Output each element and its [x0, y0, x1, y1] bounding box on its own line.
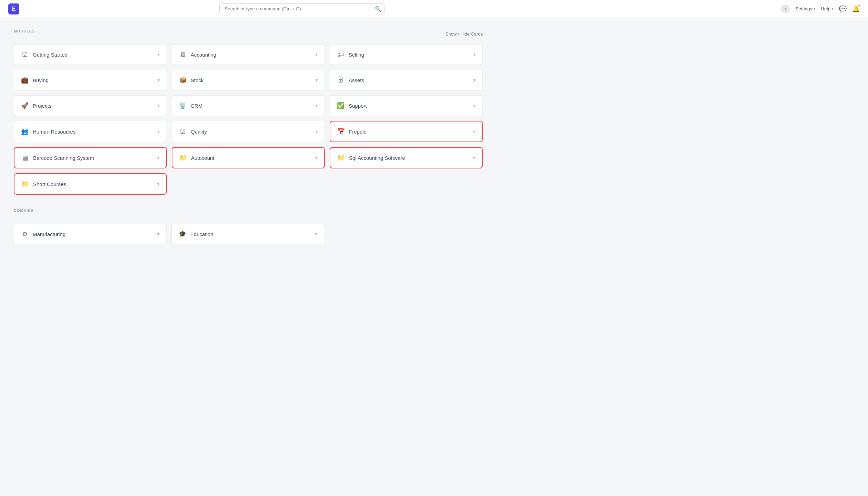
card-title-human-resources: Human Resources	[33, 129, 76, 135]
card-icon-buying: 💼	[21, 76, 29, 84]
card-left: 📁 Short Courses	[21, 180, 66, 188]
card-icon-stock: 📦	[179, 76, 187, 84]
modules-label: MODULES	[14, 29, 35, 33]
card-chevron-quality: ▾	[316, 129, 318, 134]
card-title-getting-started: Getting Started	[33, 52, 68, 58]
domain-card-education[interactable]: 🎓 Education ▾	[171, 224, 324, 244]
search-wrap: 🔍	[219, 3, 385, 14]
card-title-selling: Selling	[349, 52, 364, 58]
card-icon-short-courses: 📁	[21, 180, 29, 188]
settings-chevron: ▾	[814, 7, 815, 11]
modules-grid: ☑ Getting Started ▾ 🖥 Accounting ▾ 🏷 Sel…	[14, 44, 483, 195]
card-left: ▦ Barcode Scanning System	[21, 154, 94, 162]
card-left: 🏷 Selling	[337, 51, 364, 58]
card-left: 🗄 Assets	[337, 77, 364, 84]
card-title-accounting: Accounting	[191, 52, 216, 58]
card-chevron-short-courses: ▾	[157, 182, 159, 186]
card-chevron-accounting: ▾	[316, 52, 318, 57]
card-left: 📡 CRM	[179, 102, 202, 109]
card-title-stock: Stock	[191, 77, 204, 83]
card-chevron-sql-accounting: ▾	[473, 155, 475, 160]
card-left: ✅ Support	[337, 102, 367, 109]
card-left: ☑ Getting Started	[21, 51, 68, 58]
card-icon-frepple: 📅	[337, 128, 345, 135]
card-icon-selling: 🏷	[337, 51, 345, 58]
card-chevron-stock: ▾	[316, 78, 318, 82]
card-left: 📁 Autocount	[179, 154, 214, 162]
card-title-support: Support	[349, 103, 367, 109]
card-chevron-crm: ▾	[316, 103, 318, 108]
messages-icon[interactable]: 💬	[839, 5, 847, 13]
module-card-sql-accounting[interactable]: 📁 Sql Accounting Software ▾	[330, 147, 483, 168]
module-card-barcode-scanning[interactable]: ▦ Barcode Scanning System ▾	[14, 147, 167, 168]
card-chevron-support: ▾	[473, 103, 476, 108]
card-chevron-barcode-scanning: ▾	[157, 155, 159, 160]
card-left: ⚙ Manufacturing	[21, 230, 66, 238]
card-title-barcode-scanning: Barcode Scanning System	[33, 155, 94, 161]
logo-button[interactable]: E	[8, 3, 19, 14]
notification-dot	[858, 4, 861, 7]
card-icon-assets: 🗄	[337, 77, 345, 84]
card-left: 🚀 Projects	[21, 102, 51, 109]
card-title-short-courses: Short Courses	[33, 181, 66, 187]
card-left: 📅 Frepple	[337, 128, 367, 135]
card-icon-human-resources: 👥	[21, 128, 29, 135]
nav-right: r Settings ▾ Help ▾ 💬 🔔	[781, 4, 860, 13]
notifications-icon[interactable]: 🔔	[852, 5, 860, 13]
card-title-assets: Assets	[349, 77, 364, 83]
card-icon-getting-started: ☑	[21, 51, 29, 58]
domains-section-header: DOMAINS	[14, 208, 483, 218]
card-icon-accounting: 🖥	[179, 51, 187, 58]
card-icon-sql-accounting: 📁	[337, 154, 345, 162]
module-card-assets[interactable]: 🗄 Assets ▾	[330, 70, 483, 90]
module-card-human-resources[interactable]: 👥 Human Resources ▾	[14, 121, 167, 142]
card-title-autocount: Autocount	[191, 155, 214, 161]
domain-card-manufacturing[interactable]: ⚙ Manufacturing ▾	[14, 224, 167, 244]
card-title-crm: CRM	[191, 103, 202, 109]
card-left: ☑ Quality	[179, 128, 207, 135]
settings-label: Settings	[795, 6, 812, 11]
card-chevron-autocount: ▾	[315, 155, 317, 160]
settings-nav[interactable]: Settings ▾	[795, 6, 815, 11]
card-chevron-getting-started: ▾	[158, 52, 160, 57]
module-card-crm[interactable]: 📡 CRM ▾	[172, 95, 325, 116]
search-input[interactable]	[219, 3, 385, 14]
help-label: Help	[821, 6, 830, 11]
card-icon-autocount: 📁	[179, 154, 187, 162]
module-card-selling[interactable]: 🏷 Selling ▾	[330, 44, 483, 65]
card-left: 🖥 Accounting	[179, 51, 216, 58]
card-title-projects: Projects	[33, 103, 51, 109]
card-chevron-frepple: ▾	[473, 129, 475, 134]
module-card-buying[interactable]: 💼 Buying ▾	[14, 70, 167, 90]
module-card-autocount[interactable]: 📁 Autocount ▾	[172, 147, 325, 168]
module-card-frepple[interactable]: 📅 Frepple ▾	[330, 121, 483, 142]
card-title-education: Education	[190, 231, 213, 237]
card-chevron-assets: ▾	[473, 78, 476, 82]
module-card-stock[interactable]: 📦 Stock ▾	[172, 70, 325, 90]
module-card-support[interactable]: ✅ Support ▾	[330, 95, 483, 116]
module-card-accounting[interactable]: 🖥 Accounting ▾	[172, 44, 325, 65]
card-chevron-human-resources: ▾	[158, 129, 160, 134]
help-nav[interactable]: Help ▾	[821, 6, 834, 11]
help-chevron: ▾	[832, 7, 834, 11]
card-title-quality: Quality	[191, 129, 207, 135]
card-left: 💼 Buying	[21, 76, 49, 84]
main-content: MODULES Show / Hide Cards ☑ Getting Star…	[0, 18, 497, 265]
module-card-quality[interactable]: ☑ Quality ▾	[172, 121, 325, 142]
card-icon-projects: 🚀	[21, 102, 29, 109]
card-icon-barcode-scanning: ▦	[21, 154, 29, 162]
card-icon-education: 🎓	[179, 230, 186, 238]
domains-section: DOMAINS ⚙ Manufacturing ▾ 🎓 Education ▾	[14, 208, 483, 244]
card-chevron-selling: ▾	[473, 52, 476, 57]
card-title-sql-accounting: Sql Accounting Software	[349, 155, 405, 161]
module-card-short-courses[interactable]: 📁 Short Courses ▾	[14, 173, 167, 195]
modules-section-header: MODULES Show / Hide Cards	[14, 29, 483, 39]
card-title-buying: Buying	[33, 77, 49, 83]
card-chevron-projects: ▾	[158, 103, 160, 108]
card-chevron-manufacturing: ▾	[157, 232, 159, 236]
module-card-projects[interactable]: 🚀 Projects ▾	[14, 95, 167, 116]
show-hide-button[interactable]: Show / Hide Cards	[446, 31, 483, 37]
card-left: 👥 Human Resources	[21, 128, 76, 135]
avatar[interactable]: r	[781, 4, 790, 13]
module-card-getting-started[interactable]: ☑ Getting Started ▾	[14, 44, 167, 65]
